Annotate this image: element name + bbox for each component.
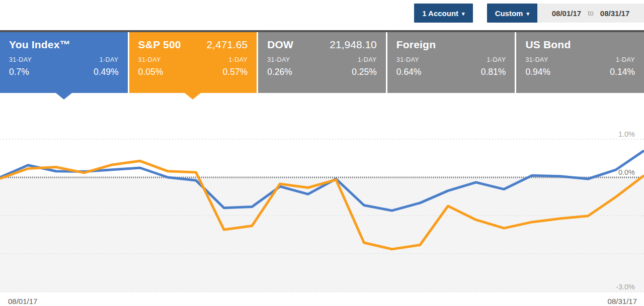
y-axis-tick-label: 0.0% xyxy=(618,168,635,176)
return-31day-value: 0.05% xyxy=(138,67,164,77)
card-dow[interactable]: DOW 21,948.10 31-DAY 1-DAY 0.26% 0.25% xyxy=(258,32,386,93)
account-dropdown-label: 1 Account xyxy=(422,9,458,18)
date-range-separator: to xyxy=(588,9,594,17)
caret-down-icon: ▾ xyxy=(462,11,465,17)
start-date-field[interactable]: 08/01/17 xyxy=(552,9,581,18)
card-title: US Bond xyxy=(525,39,571,51)
end-date-field[interactable]: 08/31/17 xyxy=(600,9,629,18)
period-1day-label: 1-DAY xyxy=(487,56,506,63)
card-title: DOW xyxy=(267,39,293,51)
caret-down-icon: ▾ xyxy=(526,11,529,17)
return-1day-value: 0.14% xyxy=(610,67,635,77)
x-axis-start-label: 08/01/17 xyxy=(8,297,37,305)
period-31day-label: 31-DAY xyxy=(138,56,161,63)
date-range-panel: 08/01/17 to 08/31/17 xyxy=(537,4,644,23)
card-title: Foreign xyxy=(396,39,436,51)
range-type-dropdown-button[interactable]: Custom ▾ xyxy=(487,4,537,23)
period-1day-label: 1-DAY xyxy=(228,56,248,63)
selected-card-pointer xyxy=(185,93,201,99)
card-us-bond[interactable]: US Bond 31-DAY 1-DAY 0.94% 0.14% xyxy=(516,32,644,93)
performance-chart-canvas: 1.0%0.0%-3.0% xyxy=(0,126,644,306)
card-index-value: 2,471.65 xyxy=(206,39,248,51)
selected-card-pointer xyxy=(56,93,72,99)
index-cards-row: You Index™ 31-DAY 1-DAY 0.7% 0.49% S&P 5… xyxy=(0,32,644,93)
period-31day-label: 31-DAY xyxy=(9,56,32,63)
performance-chart[interactable]: 1.0%0.0%-3.0% 08/01/17 08/31/17 xyxy=(0,126,644,306)
card-foreign[interactable]: Foreign 31-DAY 1-DAY 0.64% 0.81% xyxy=(387,32,515,93)
x-axis-end-label: 08/31/17 xyxy=(608,297,637,305)
y-axis-tick-label: 1.0% xyxy=(618,130,635,138)
return-1day-value: 0.25% xyxy=(352,67,377,77)
range-type-label: Custom xyxy=(495,9,523,18)
period-1day-label: 1-DAY xyxy=(616,56,635,63)
y-axis-tick-label: -3.0% xyxy=(616,283,635,291)
card-sp500[interactable]: S&P 500 2,471.65 31-DAY 1-DAY 0.05% 0.57… xyxy=(129,32,257,93)
return-31day-value: 0.7% xyxy=(9,67,29,77)
card-title: S&P 500 xyxy=(138,39,181,51)
negative-region-shading xyxy=(0,177,644,292)
card-title: You Index™ xyxy=(9,39,70,51)
period-31day-label: 31-DAY xyxy=(525,56,548,63)
return-1day-value: 0.49% xyxy=(94,67,119,77)
performance-dashboard: 1 Account ▾ Custom ▾ 08/01/17 to 08/31/1… xyxy=(0,0,644,306)
account-dropdown-button[interactable]: 1 Account ▾ xyxy=(414,4,472,23)
return-31day-value: 0.26% xyxy=(267,67,292,77)
period-1day-label: 1-DAY xyxy=(100,56,119,63)
card-index-value: 21,948.10 xyxy=(330,39,376,51)
toolbar: 1 Account ▾ Custom ▾ 08/01/17 to 08/31/1… xyxy=(414,4,644,23)
return-31day-value: 0.64% xyxy=(396,67,422,77)
return-1day-value: 0.57% xyxy=(223,67,248,77)
period-31day-label: 31-DAY xyxy=(396,56,419,63)
card-you-index[interactable]: You Index™ 31-DAY 1-DAY 0.7% 0.49% xyxy=(0,32,128,93)
return-31day-value: 0.94% xyxy=(525,67,550,77)
period-31day-label: 31-DAY xyxy=(267,56,290,63)
period-1day-label: 1-DAY xyxy=(358,56,377,63)
return-1day-value: 0.81% xyxy=(481,67,506,77)
